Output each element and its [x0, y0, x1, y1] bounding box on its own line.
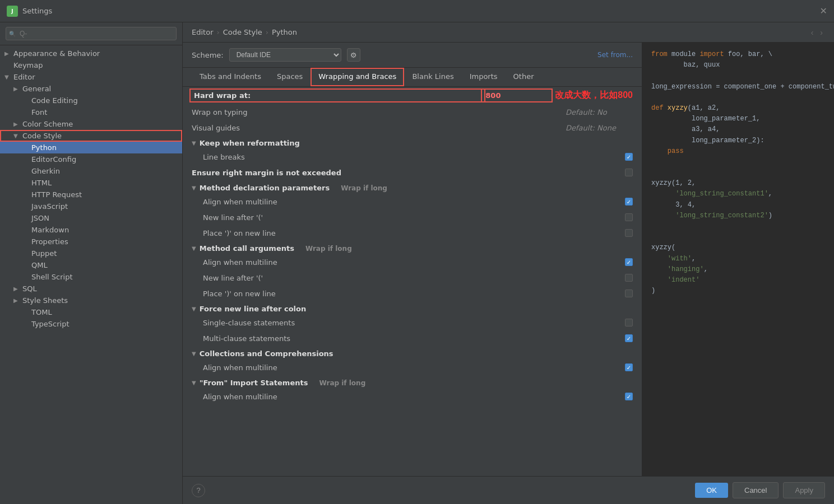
- ok-button[interactable]: OK: [695, 483, 728, 498]
- tab-other[interactable]: Other: [506, 68, 542, 86]
- help-button[interactable]: ?: [192, 484, 205, 497]
- place-rparen-decl-checkbox[interactable]: [625, 229, 633, 237]
- code-line-1: from module import foo, bar, \: [651, 49, 825, 60]
- sidebar-item-label: Gherkin: [31, 167, 60, 175]
- sidebar-item-label: SQL: [22, 284, 37, 293]
- sidebar-item-appearance[interactable]: ▶ Appearance & Behavior: [0, 48, 182, 59]
- new-line-paren-decl-row: New line after '(': [192, 209, 633, 225]
- section-arrow: ▼: [192, 140, 196, 146]
- cancel-button[interactable]: Cancel: [733, 482, 779, 498]
- sidebar-item-gherkin[interactable]: Gherkin: [0, 165, 182, 177]
- code-line-22: 'indent': [651, 275, 825, 286]
- sidebar-item-properties[interactable]: Properties: [0, 236, 182, 248]
- settings-window: J Settings ✕ ▶ Appearance & Behavior: [0, 0, 834, 504]
- code-line-23: ): [651, 286, 825, 296]
- ensure-right-margin-checkbox[interactable]: [625, 169, 633, 176]
- scheme-gear-button[interactable]: ⚙: [347, 48, 360, 62]
- ensure-right-margin-label: Ensure right margin is not exceeded: [192, 169, 625, 177]
- sidebar-item-font[interactable]: Font: [0, 106, 182, 118]
- sidebar-tree: ▶ Appearance & Behavior Keymap ▼ Editor …: [0, 45, 182, 504]
- settings-panel: Scheme: Default IDE ⚙ Set from... Tabs a…: [183, 43, 642, 476]
- new-line-paren-decl-checkbox[interactable]: [625, 213, 633, 221]
- sidebar-item-label: HTML: [31, 179, 52, 187]
- collections-align-checkbox[interactable]: [625, 363, 633, 371]
- sidebar-item-color-scheme[interactable]: ▶ Color Scheme: [0, 118, 182, 130]
- from-import-align-checkbox[interactable]: [625, 393, 633, 400]
- sidebar-item-javascript[interactable]: JavaScript: [0, 200, 182, 212]
- hard-wrap-value: 800: [483, 91, 550, 100]
- sidebar-item-http-request[interactable]: HTTP Request: [0, 189, 182, 200]
- sidebar-item-typescript[interactable]: TypeScript: [0, 318, 182, 330]
- sidebar-item-python[interactable]: Python: [0, 142, 182, 153]
- search-input[interactable]: [6, 27, 177, 40]
- tab-blank-lines[interactable]: Blank Lines: [404, 68, 461, 86]
- sidebar-item-label: TOML: [31, 308, 52, 316]
- apply-button[interactable]: Apply: [783, 482, 825, 498]
- sidebar-item-markdown[interactable]: Markdown: [0, 224, 182, 236]
- single-clause-row: Single-clause statements: [192, 315, 633, 330]
- sidebar-item-style-sheets[interactable]: ▶ Style Sheets: [0, 295, 182, 306]
- multi-clause-checkbox[interactable]: [625, 334, 633, 342]
- code-line-7: long_parameter_1,: [651, 114, 825, 124]
- method-call-header: ▼ Method call arguments Wrap if long: [192, 241, 633, 254]
- line-breaks-row: Line breaks: [192, 149, 633, 165]
- new-line-paren-call-checkbox[interactable]: [625, 274, 633, 282]
- visual-guides-value: Default: None: [566, 124, 633, 132]
- expand-arrow: ▶: [13, 86, 22, 92]
- sidebar-item-toml[interactable]: TOML: [0, 306, 182, 318]
- sidebar-item-label: Code Editing: [31, 96, 78, 105]
- sidebar-item-general[interactable]: ▶ General: [0, 83, 182, 95]
- wrap-on-typing-value: Default: No: [566, 108, 633, 116]
- line-breaks-checkbox[interactable]: [625, 153, 633, 161]
- sidebar-item-label: Color Scheme: [22, 120, 73, 128]
- align-multiline-decl-checkbox[interactable]: [625, 198, 633, 206]
- method-decl-header: ▼ Method declaration parameters Wrap if …: [192, 180, 633, 194]
- wrap-on-typing-row: Wrap on typing Default: No: [192, 104, 633, 120]
- sidebar-item-puppet[interactable]: Puppet: [0, 248, 182, 259]
- search-box: [0, 22, 182, 45]
- place-rparen-call-checkbox[interactable]: [625, 290, 633, 297]
- sidebar-item-qml[interactable]: QML: [0, 259, 182, 271]
- tab-tabs-indents[interactable]: Tabs and Indents: [192, 68, 269, 86]
- sidebar-item-shell-script[interactable]: Shell Script: [0, 271, 182, 283]
- sidebar-item-editor[interactable]: ▼ Editor: [0, 71, 182, 83]
- breadcrumb-bar: Editor › Code Style › Python ‹ ›: [183, 22, 834, 43]
- keep-reformatting-header: ▼ Keep when reformatting: [192, 136, 633, 149]
- nav-back-button[interactable]: ‹: [809, 27, 816, 38]
- scheme-select[interactable]: Default IDE: [229, 48, 341, 62]
- nav-forward-button[interactable]: ›: [818, 27, 825, 38]
- sidebar-item-code-style[interactable]: ▼ Code Style: [0, 130, 182, 142]
- tab-wrapping-braces[interactable]: Wrapping and Braces: [311, 68, 404, 86]
- section-arrow: ▼: [192, 245, 196, 251]
- code-line-3: [651, 71, 825, 81]
- from-import-align-label: Align when multiline: [203, 393, 625, 401]
- tab-spaces[interactable]: Spaces: [269, 68, 311, 86]
- main-content: ▶ Appearance & Behavior Keymap ▼ Editor …: [0, 22, 834, 504]
- hard-wrap-row: Hard wrap at: 800 改成大数，比如800: [192, 87, 633, 104]
- window-title: Settings: [22, 7, 52, 15]
- from-import-label: "From" Import Statements: [200, 379, 308, 387]
- sidebar-item-html[interactable]: HTML: [0, 177, 182, 189]
- code-line-12: [651, 167, 825, 178]
- tab-imports[interactable]: Imports: [462, 68, 506, 86]
- align-multiline-call-checkbox[interactable]: [625, 258, 633, 266]
- sidebar-item-code-editing[interactable]: Code Editing: [0, 95, 182, 106]
- sidebar-item-json[interactable]: JSON: [0, 212, 182, 224]
- scheme-row: Scheme: Default IDE ⚙ Set from...: [183, 43, 642, 68]
- set-from-link[interactable]: Set from...: [597, 51, 633, 59]
- place-rparen-decl-row: Place ')' on new line: [192, 225, 633, 241]
- sidebar-item-sql[interactable]: ▶ SQL: [0, 283, 182, 295]
- tabs-bar: Tabs and Indents Spaces Wrapping and Bra…: [183, 68, 642, 87]
- code-line-9: long_parameter_2):: [651, 136, 825, 146]
- nav-buttons: ‹ ›: [809, 27, 825, 38]
- sidebar-item-keymap[interactable]: Keymap: [0, 59, 182, 71]
- sidebar-item-label: TypeScript: [31, 320, 70, 328]
- single-clause-checkbox[interactable]: [625, 319, 633, 326]
- close-button[interactable]: ✕: [820, 6, 827, 16]
- sidebar-item-label: Shell Script: [31, 273, 73, 281]
- collections-label: Collections and Comprehensions: [200, 349, 333, 358]
- sidebar-item-label: Editor: [13, 73, 35, 81]
- sidebar-item-editorconfig[interactable]: EditorConfig: [0, 153, 182, 165]
- section-arrow: ▼: [192, 351, 196, 357]
- expand-arrow: ▶: [4, 50, 13, 57]
